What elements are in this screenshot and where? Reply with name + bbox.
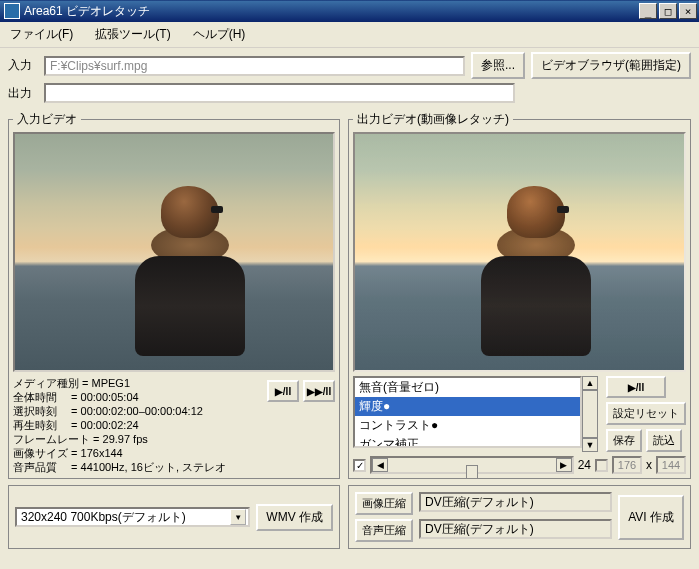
app-icon bbox=[4, 3, 20, 19]
minimize-button[interactable]: _ bbox=[639, 3, 657, 19]
window-title: Area61 ビデオレタッチ bbox=[24, 3, 637, 20]
bottom-row: 320x240 700Kbps(デフォルト) ▼ WMV 作成 画像圧縮 DV圧… bbox=[0, 483, 699, 551]
menubar: ファイル(F) 拡張ツール(T) ヘルプ(H) bbox=[0, 22, 699, 48]
video-info-text: メディア種別 = MPEG1 全体時間 = 00:00:05:04 選択時刻 =… bbox=[13, 376, 263, 474]
menu-tools[interactable]: 拡張ツール(T) bbox=[91, 24, 174, 45]
input-field[interactable]: F:¥Clips¥surf.mpg bbox=[44, 56, 465, 76]
menu-file[interactable]: ファイル(F) bbox=[6, 24, 77, 45]
input-label: 入力 bbox=[8, 57, 38, 74]
wmv-panel: 320x240 700Kbps(デフォルト) ▼ WMV 作成 bbox=[8, 485, 340, 549]
dropdown-arrow-icon: ▼ bbox=[230, 509, 246, 525]
avi-panel: 画像圧縮 DV圧縮(デフォルト) 音声圧縮 DV圧縮(デフォルト) AVI 作成 bbox=[348, 485, 691, 549]
adjustment-list[interactable]: 無音(音量ゼロ)輝度●コントラスト●ガンマ補正彩度2値化 bbox=[353, 376, 582, 448]
adjust-item[interactable]: 無音(音量ゼロ) bbox=[355, 378, 580, 397]
height-field[interactable]: 144 bbox=[656, 456, 686, 474]
size-checkbox[interactable] bbox=[595, 459, 608, 472]
adjust-checkbox[interactable]: ✓ bbox=[353, 459, 366, 472]
output-video-preview bbox=[353, 132, 686, 372]
slider-thumb[interactable] bbox=[466, 465, 478, 479]
image-compress-value: DV圧縮(デフォルト) bbox=[419, 492, 612, 512]
avi-create-button[interactable]: AVI 作成 bbox=[618, 495, 684, 540]
preview-figure bbox=[126, 186, 253, 356]
slider-left-arrow[interactable]: ◀ bbox=[372, 458, 388, 472]
load-button[interactable]: 読込 bbox=[646, 429, 682, 452]
close-button[interactable]: × bbox=[679, 3, 697, 19]
output-row: 出力 bbox=[0, 83, 699, 107]
slider-right-arrow[interactable]: ▶ bbox=[556, 458, 572, 472]
size-x-label: x bbox=[646, 458, 652, 472]
wmv-create-button[interactable]: WMV 作成 bbox=[256, 504, 333, 531]
wmv-preset-dropdown[interactable]: 320x240 700Kbps(デフォルト) ▼ bbox=[15, 507, 250, 527]
adjust-item[interactable]: 輝度● bbox=[355, 397, 580, 416]
audio-compress-value: DV圧縮(デフォルト) bbox=[419, 519, 612, 539]
menu-help[interactable]: ヘルプ(H) bbox=[189, 24, 250, 45]
list-scroll-down[interactable]: ▼ bbox=[582, 438, 598, 452]
reset-button[interactable]: 設定リセット bbox=[606, 402, 686, 425]
preview-figure-out bbox=[470, 186, 602, 356]
image-compress-button[interactable]: 画像圧縮 bbox=[355, 492, 413, 515]
input-video-panel: 入力ビデオ メディア種別 = MPEG1 全体時間 = 00:00:05:04 … bbox=[8, 111, 340, 479]
save-button[interactable]: 保存 bbox=[606, 429, 642, 452]
list-scroll-up[interactable]: ▲ bbox=[582, 376, 598, 390]
video-browser-button[interactable]: ビデオブラウザ(範囲指定) bbox=[531, 52, 691, 79]
slider-value: 24 bbox=[578, 458, 591, 472]
adjust-item[interactable]: ガンマ補正 bbox=[355, 435, 580, 448]
output-play-button[interactable]: ▶/II bbox=[606, 376, 666, 398]
maximize-button[interactable]: □ bbox=[659, 3, 677, 19]
output-video-panel: 出力ビデオ(動画像レタッチ) 無音(音量ゼロ)輝度●コントラスト●ガンマ補正彩度… bbox=[348, 111, 691, 479]
input-video-legend: 入力ビデオ bbox=[13, 111, 81, 128]
slider-row: ✓ ◀ ▶ 24 176 x 144 bbox=[353, 456, 686, 474]
output-video-legend: 出力ビデオ(動画像レタッチ) bbox=[353, 111, 513, 128]
output-field[interactable] bbox=[44, 83, 515, 103]
adjust-item[interactable]: コントラスト● bbox=[355, 416, 580, 435]
input-play-button[interactable]: ▶/II bbox=[267, 380, 299, 402]
input-forward-button[interactable]: ▶▶/II bbox=[303, 380, 335, 402]
titlebar: Area61 ビデオレタッチ _ □ × bbox=[0, 0, 699, 22]
wmv-preset-value: 320x240 700Kbps(デフォルト) bbox=[21, 509, 186, 526]
audio-compress-button[interactable]: 音声圧縮 bbox=[355, 519, 413, 542]
adjust-slider[interactable]: ◀ ▶ bbox=[370, 456, 574, 474]
browse-button[interactable]: 参照... bbox=[471, 52, 525, 79]
width-field[interactable]: 176 bbox=[612, 456, 642, 474]
input-row: 入力 F:¥Clips¥surf.mpg 参照... ビデオブラウザ(範囲指定) bbox=[0, 48, 699, 83]
input-video-preview bbox=[13, 132, 335, 372]
output-label: 出力 bbox=[8, 85, 38, 102]
main-content: 入力ビデオ メディア種別 = MPEG1 全体時間 = 00:00:05:04 … bbox=[0, 107, 699, 483]
